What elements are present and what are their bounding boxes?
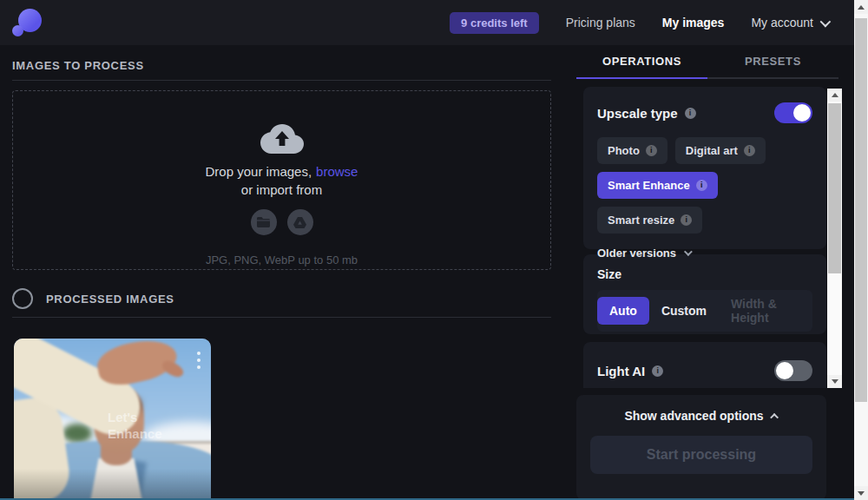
tab-presets[interactable]: PRESETS — [707, 45, 838, 77]
processed-images-header: PROCESSED IMAGES — [12, 288, 551, 309]
older-versions-label: Older versions — [597, 247, 676, 260]
left-column: IMAGES TO PROCESS Drop your images,brows… — [12, 45, 551, 500]
top-bar: 9 credits left Pricing plans My images M… — [0, 0, 868, 45]
scroll-up-arrow-icon[interactable] — [854, 0, 868, 14]
info-icon[interactable] — [696, 180, 707, 191]
dropzone[interactable]: Drop your images,browse or import from — [12, 90, 551, 270]
light-ai-toggle[interactable] — [774, 360, 812, 381]
scroll-down-arrow-icon[interactable] — [827, 375, 842, 388]
upscale-type-chips: Photo Digital art Smart Enhance Smart re… — [597, 137, 814, 234]
light-ai-title: Light AI — [597, 364, 645, 378]
panel-scrollbar[interactable] — [827, 89, 842, 388]
dropzone-instruction: Drop your images,browse — [206, 164, 358, 179]
chip-label: Smart Enhance — [608, 179, 690, 192]
circle-status-icon — [12, 288, 33, 309]
operations-panel: OPERATIONS PRESETS Upscale type Photo Di… — [576, 45, 854, 500]
chevron-up-icon — [770, 412, 779, 421]
size-option-width-height[interactable]: Width & Height — [719, 290, 812, 332]
my-account-label: My account — [751, 16, 813, 30]
card-menu-button[interactable] — [195, 350, 202, 371]
upscale-type-title: Upscale type — [597, 106, 678, 121]
chip-digital-art[interactable]: Digital art — [675, 137, 766, 164]
file-formats-hint: JPG, PNG, WebP up to 50 mb — [206, 253, 358, 266]
chip-photo[interactable]: Photo — [597, 137, 667, 164]
folder-import-button[interactable] — [251, 209, 277, 235]
nav-my-images[interactable]: My images — [662, 16, 725, 30]
nav-pricing-plans[interactable]: Pricing plans — [566, 16, 635, 30]
chip-smart-resize[interactable]: Smart resize — [597, 207, 702, 234]
processed-images-title: PROCESSED IMAGES — [46, 293, 174, 306]
credits-badge[interactable]: 9 credits left — [450, 12, 539, 34]
size-option-custom[interactable]: Custom — [649, 297, 719, 325]
chip-label: Digital art — [686, 144, 738, 157]
light-ai-card: Light AI — [583, 342, 826, 388]
show-advanced-options-toggle[interactable]: Show advanced options — [590, 409, 812, 423]
browse-link[interactable]: browse — [316, 164, 358, 179]
chip-label: Photo — [608, 144, 640, 157]
google-drive-import-button[interactable] — [287, 209, 313, 235]
window-scrollbar-thumb[interactable] — [855, 18, 867, 402]
info-icon[interactable] — [685, 108, 696, 119]
info-icon[interactable] — [652, 365, 663, 377]
panel-scrollbar-thumb[interactable] — [828, 103, 841, 273]
images-to-process-title: IMAGES TO PROCESS — [12, 59, 551, 72]
size-title: Size — [597, 267, 812, 281]
operations-scroll-area: Upscale type Photo Digital art Smart Enh… — [576, 87, 842, 388]
logo-blob-small-icon — [12, 25, 23, 36]
google-drive-icon — [293, 217, 306, 228]
chip-smart-enhance[interactable]: Smart Enhance — [597, 172, 718, 199]
dropzone-text: Drop your images, — [206, 164, 312, 179]
info-icon[interactable] — [681, 214, 692, 226]
size-segmented-control: Auto Custom Width & Height — [597, 290, 812, 332]
chevron-down-icon — [820, 16, 832, 27]
divider — [12, 317, 551, 318]
info-icon[interactable] — [646, 145, 657, 156]
top-nav: 9 credits left Pricing plans My images M… — [450, 12, 828, 34]
tab-operations[interactable]: OPERATIONS — [576, 45, 707, 77]
scroll-down-arrow-icon[interactable] — [854, 486, 868, 500]
info-icon[interactable] — [744, 145, 755, 156]
import-sources — [251, 209, 313, 235]
upscale-type-card: Upscale type Photo Digital art Smart Enh… — [583, 87, 826, 249]
chip-label: Smart resize — [608, 214, 674, 227]
window-scrollbar[interactable] — [854, 0, 868, 500]
scroll-up-arrow-icon[interactable] — [827, 89, 842, 102]
divider — [12, 80, 551, 81]
advanced-options-card: Show advanced options Start processing — [576, 395, 826, 500]
cloud-upload-icon — [260, 122, 304, 155]
show-advanced-options-label: Show advanced options — [624, 409, 763, 423]
card-caption-overlay — [14, 469, 211, 500]
processed-image-card[interactable]: Let's Enhance Before: 4000 × 5328 px — [14, 339, 211, 500]
folder-icon — [257, 217, 270, 227]
import-from-text: or import from — [241, 182, 322, 197]
upscale-type-toggle[interactable] — [774, 102, 812, 123]
app-window: 9 credits left Pricing plans My images M… — [0, 0, 868, 500]
panel-tabs: OPERATIONS PRESETS — [576, 45, 838, 79]
size-option-auto[interactable]: Auto — [597, 297, 649, 325]
nav-my-account[interactable]: My account — [751, 16, 828, 30]
size-card: Size Auto Custom Width & Height — [583, 254, 826, 334]
watermark: Let's Enhance — [108, 410, 162, 443]
app-logo[interactable] — [12, 6, 43, 39]
start-processing-button[interactable]: Start processing — [590, 436, 812, 474]
